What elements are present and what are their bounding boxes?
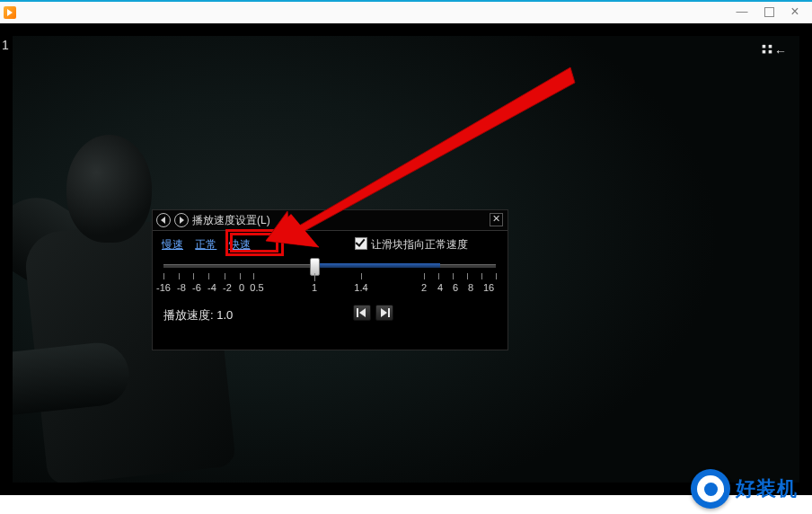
panel-prev-icon[interactable] (156, 213, 171, 227)
window-maximize-button[interactable] (756, 5, 781, 20)
slider-ticks (163, 273, 496, 282)
annotation-highlight-inner (230, 233, 278, 253)
current-speed: 播放速度: 1.0 (163, 307, 233, 323)
panel-close-button[interactable]: ✕ (490, 213, 503, 226)
panel-header: 播放速度设置(L) ✕ (153, 210, 508, 231)
overlay-number: 1 (2, 38, 9, 52)
watermark-logo-icon (691, 469, 730, 509)
restore-view-icon[interactable]: ▪▪▪▪← (762, 43, 789, 58)
step-back-button[interactable] (353, 305, 371, 321)
titlebar: — × (0, 2, 812, 23)
playback-speed-panel: 播放速度设置(L) ✕ 慢速 正常 快速 让滑块指向正常速度 -16 -8 -6… (152, 209, 508, 350)
step-forward-button[interactable] (375, 305, 393, 321)
app-icon (4, 6, 16, 19)
preset-normal-link[interactable]: 正常 (195, 238, 216, 251)
window-minimize-button[interactable]: — (729, 5, 755, 20)
watermark: 好装机 (691, 469, 798, 509)
preset-slow-link[interactable]: 慢速 (162, 238, 183, 251)
frame-step-buttons (352, 305, 394, 323)
panel-next-icon[interactable] (174, 213, 189, 227)
panel-title: 播放速度设置(L) (192, 213, 270, 228)
checkbox-label: 让滑块指向正常速度 (371, 238, 468, 251)
snap-checkbox-row[interactable]: 让滑块指向正常速度 (355, 237, 468, 253)
watermark-text: 好装机 (736, 475, 798, 502)
slider-track-active (314, 263, 440, 268)
slider-labels: -16 -8 -6 -4 -2 0 0.5 1 1.4 2 4 6 8 16 (163, 282, 496, 295)
window-close-button[interactable]: × (782, 5, 808, 20)
checkbox-checked-icon[interactable] (355, 237, 367, 250)
